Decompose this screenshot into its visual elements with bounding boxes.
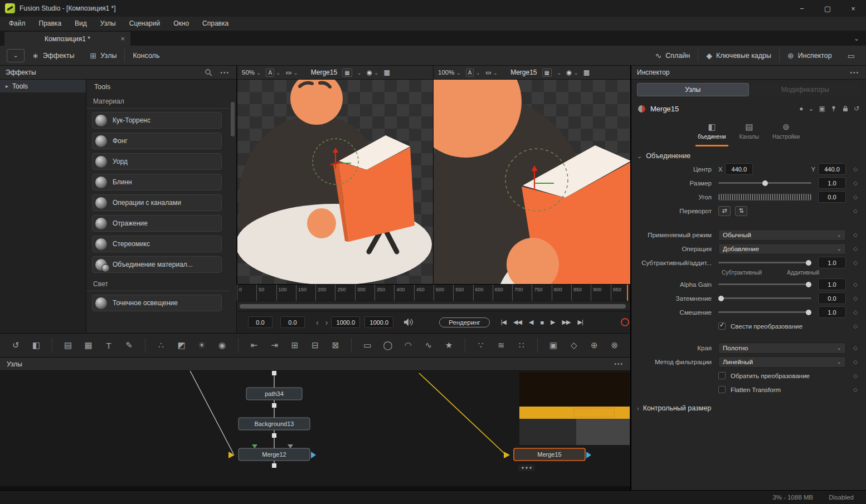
next-keyframe-icon[interactable]: ›: [325, 318, 328, 327]
go-to-start-button[interactable]: |◀: [501, 319, 506, 326]
flip-vertical-button[interactable]: ⇅: [735, 206, 747, 216]
graph-node-Merge15[interactable]: Merge15: [514, 448, 585, 461]
node-graph[interactable]: path34Background13Merge12Merge15: [0, 371, 630, 486]
imageplane3d-tool-icon[interactable]: ▣: [547, 340, 561, 350]
size-input[interactable]: [818, 177, 846, 189]
grid-icon[interactable]: ▦: [383, 68, 390, 76]
subtractive-input[interactable]: [818, 257, 846, 268]
menu-item-2[interactable]: Вид: [68, 17, 94, 31]
subview-icon[interactable]: ▦: [542, 68, 552, 77]
keyframe-icon[interactable]: ◇: [852, 246, 859, 252]
playhead[interactable]: [627, 285, 628, 301]
keyframe-icon[interactable]: ◇: [852, 260, 859, 266]
operator-dropdown[interactable]: Добавление ⌄: [718, 243, 846, 255]
viewer1[interactable]: [237, 80, 433, 284]
tree-item-tools[interactable]: ▸ Tools: [0, 80, 86, 92]
chevron-down-icon[interactable]: ⌄: [557, 70, 561, 76]
step-frame-input[interactable]: [280, 316, 305, 328]
saver-tool-icon[interactable]: ⇥: [267, 340, 281, 350]
connector-square[interactable]: [272, 433, 276, 438]
range-out-input[interactable]: [364, 316, 393, 328]
viewer1-channel-dropdown[interactable]: A ⌄: [266, 68, 280, 77]
tab-nodes[interactable]: Узлы: [637, 83, 749, 96]
effects-menu-icon[interactable]: •••: [220, 70, 230, 76]
subview-icon[interactable]: ▦: [342, 68, 352, 77]
fastnoise-tool-icon[interactable]: ▦: [81, 340, 95, 350]
tools-scrollbar[interactable]: [231, 102, 235, 136]
nodes-menu-icon[interactable]: •••: [614, 361, 624, 367]
keyframe-icon[interactable]: ◇: [852, 345, 859, 351]
particles-tool-icon[interactable]: ∴: [154, 340, 168, 350]
fast-forward-button[interactable]: ▶▶: [562, 319, 571, 326]
blend-slider[interactable]: [718, 311, 811, 313]
spline-panel-button[interactable]: ∿ Сплайн: [647, 46, 698, 66]
reset-icon[interactable]: ↺: [854, 105, 859, 112]
grid-icon[interactable]: ▦: [583, 68, 590, 76]
current-frame-input[interactable]: [248, 316, 273, 328]
flip-horizontal-button[interactable]: ⇄: [718, 206, 731, 216]
timeline-scrollbar-thumb[interactable]: [240, 304, 626, 309]
output-arrow-blue[interactable]: [586, 452, 591, 458]
viewer1-viewmode-dropdown[interactable]: ▭ ⌄: [285, 68, 298, 76]
input-arrow-yellow[interactable]: [504, 452, 510, 458]
inspector-panel-button[interactable]: ⊛ Инспектор: [780, 46, 840, 66]
merge-tool-icon[interactable]: ⊞: [288, 340, 302, 350]
menu-item-1[interactable]: Правка: [32, 17, 69, 31]
wire[interactable]: [188, 371, 233, 454]
subtractive-slider[interactable]: [718, 262, 811, 263]
graph-node-Merge12[interactable]: Merge12: [239, 448, 310, 461]
comments-button[interactable]: ▭: [840, 46, 866, 66]
angle-input[interactable]: [818, 191, 846, 203]
timeline-ruler[interactable]: 0501001502002503003504004505005506006507…: [237, 284, 630, 301]
shape3d-tool-icon[interactable]: ◇: [567, 340, 581, 350]
audio-icon[interactable]: [403, 318, 413, 326]
close-button[interactable]: ×: [840, 0, 866, 17]
tab-modifiers[interactable]: Модификаторы: [750, 83, 861, 96]
pin-icon[interactable]: [830, 105, 837, 112]
center-x-input[interactable]: [725, 163, 753, 175]
paint-tool-icon[interactable]: ✎: [122, 340, 136, 350]
subtab-channels[interactable]: ▤ Каналы: [739, 120, 760, 145]
stop-button[interactable]: ■: [540, 319, 543, 326]
tool-item[interactable]: Стереомикс: [92, 236, 222, 252]
viewer2-channel-dropdown[interactable]: A ⌄: [466, 68, 480, 77]
input-arrow-yellow[interactable]: [228, 452, 235, 458]
prender-tool-icon[interactable]: ∷: [515, 340, 529, 350]
tool-item[interactable]: Уорд: [92, 153, 222, 170]
blend-input[interactable]: [818, 306, 846, 318]
tab-close-icon[interactable]: ×: [120, 35, 125, 43]
viewer1-lut-dropdown[interactable]: ◉ ⌄: [367, 68, 378, 76]
nodes-panel-button[interactable]: ⊞ Узлы: [82, 46, 125, 66]
keyframe-icon[interactable]: ◇: [852, 323, 859, 329]
range-in-input[interactable]: [331, 316, 360, 328]
console-panel-button[interactable]: Консоль: [125, 46, 167, 66]
lock-icon[interactable]: [842, 105, 849, 112]
search-icon[interactable]: [205, 68, 212, 76]
menu-item-5[interactable]: Окно: [167, 17, 196, 31]
subtab-settings[interactable]: ⊚ Настройки: [772, 120, 800, 145]
play-reverse-button[interactable]: ◀: [529, 319, 533, 326]
pemitter-tool-icon[interactable]: ∵: [474, 340, 488, 350]
chevron-down-icon[interactable]: ⌄: [809, 105, 814, 112]
merge3d-tool-icon[interactable]: ⊕: [587, 340, 601, 350]
timeline-scrollbar[interactable]: [237, 301, 630, 311]
transform-tool-icon[interactable]: ⊠: [329, 340, 343, 350]
text-tool-icon[interactable]: T: [102, 341, 116, 350]
menu-item-4[interactable]: Сценарий: [123, 17, 167, 31]
size-slider[interactable]: [718, 182, 811, 184]
node-thumbnail[interactable]: [519, 372, 630, 445]
wire-selected[interactable]: [419, 373, 505, 454]
tool-item[interactable]: Операции с каналами: [92, 194, 222, 211]
composition-tab[interactable]: Композиция1 * ×: [4, 32, 130, 46]
keyframe-icon[interactable]: ◇: [852, 166, 859, 172]
prev-keyframe-icon[interactable]: ‹: [316, 318, 319, 327]
keyframe-icon[interactable]: ◇: [852, 208, 859, 214]
polyline-mask-icon[interactable]: ∿: [422, 340, 436, 350]
node-graph-scrollbar[interactable]: [0, 486, 630, 490]
mask-tool-icon[interactable]: ◩: [174, 340, 188, 350]
flatten-transform-checkbox[interactable]: [718, 386, 726, 393]
light-tool-icon[interactable]: ☀: [195, 340, 209, 350]
play-button[interactable]: ▶: [551, 319, 554, 326]
keyframe-icon[interactable]: ◇: [852, 386, 859, 393]
bspline-mask-icon[interactable]: ◠: [401, 340, 415, 350]
